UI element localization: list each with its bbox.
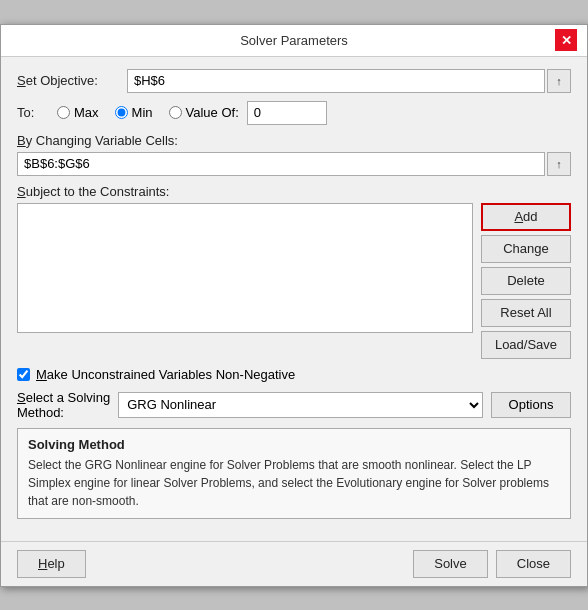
change-button[interactable]: Change (481, 235, 571, 263)
radio-valueof-label: Value Of: (186, 105, 239, 120)
solving-method-box-text: Select the GRG Nonlinear engine for Solv… (28, 456, 560, 510)
to-row: To: Max Min Value Of: (17, 101, 571, 125)
objective-icon-btn[interactable]: ↑ (547, 69, 571, 93)
value-of-row: Value Of: (169, 101, 327, 125)
changing-cells-input[interactable] (17, 152, 545, 176)
load-save-button[interactable]: Load/Save (481, 331, 571, 359)
to-label: To: (17, 105, 47, 120)
solving-method-box: Solving Method Select the GRG Nonlinear … (17, 428, 571, 519)
constraints-listbox[interactable] (17, 203, 473, 333)
solving-method-select-label: Select a SolvingMethod: (17, 390, 110, 420)
objective-row: Set Objective: ↑ (17, 69, 571, 93)
dialog-title: Solver Parameters (33, 33, 555, 48)
objective-input[interactable] (127, 69, 545, 93)
radio-max-input[interactable] (57, 106, 70, 119)
close-button[interactable]: Close (496, 550, 571, 578)
solving-method-row: Select a SolvingMethod: GRG Nonlinear Si… (17, 390, 571, 420)
objective-input-group: ↑ (127, 69, 571, 93)
close-title-button[interactable]: ✕ (555, 29, 577, 51)
radio-min-input[interactable] (115, 106, 128, 119)
nonneg-label: Make Unconstrained Variables Non-Negativ… (36, 367, 295, 382)
radio-min-label: Min (132, 105, 153, 120)
changing-cells-input-group: ↑ (17, 152, 571, 176)
options-button[interactable]: Options (491, 392, 571, 418)
changing-cells-row: ↑ (17, 152, 571, 176)
nonneg-checkbox[interactable] (17, 368, 30, 381)
to-radio-group: Max Min Value Of: (57, 101, 327, 125)
changing-cells-icon-btn[interactable]: ↑ (547, 152, 571, 176)
radio-valueof[interactable]: Value Of: (169, 105, 239, 120)
dialog-footer: Help Solve Close (1, 541, 587, 586)
objective-label: Set Objective: (17, 73, 127, 88)
radio-valueof-input[interactable] (169, 106, 182, 119)
constraints-label: Subject to the Constraints: (17, 184, 571, 199)
solving-method-box-title: Solving Method (28, 437, 560, 452)
help-button[interactable]: Help (17, 550, 86, 578)
solving-method-select[interactable]: GRG Nonlinear Simplex LP Evolutionary (118, 392, 483, 418)
solver-parameters-dialog: Solver Parameters ✕ Set Objective: ↑ To:… (0, 24, 588, 587)
value-of-input[interactable] (247, 101, 327, 125)
add-button[interactable]: Add (481, 203, 571, 231)
radio-min[interactable]: Min (115, 105, 153, 120)
footer-right-buttons: Solve Close (413, 550, 571, 578)
solve-button[interactable]: Solve (413, 550, 488, 578)
constraints-buttons: Add Change Delete Reset All Load/Save (481, 203, 571, 359)
delete-button[interactable]: Delete (481, 267, 571, 295)
radio-max-label: Max (74, 105, 99, 120)
reset-all-button[interactable]: Reset All (481, 299, 571, 327)
radio-max[interactable]: Max (57, 105, 99, 120)
changing-cells-label: By Changing Variable Cells: (17, 133, 571, 148)
checkbox-row: Make Unconstrained Variables Non-Negativ… (17, 367, 571, 382)
constraints-area: Add Change Delete Reset All Load/Save (17, 203, 571, 359)
title-bar: Solver Parameters ✕ (1, 25, 587, 57)
